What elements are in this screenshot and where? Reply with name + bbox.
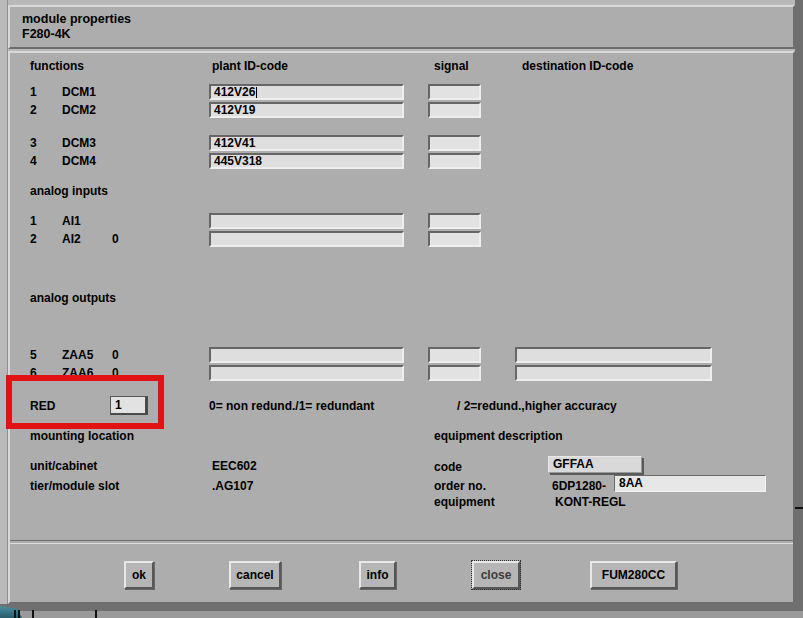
function-name: ZAA6 <box>62 365 93 381</box>
tier-module-slot-label: tier/module slot <box>30 478 119 494</box>
function-name: AI2 <box>62 231 81 247</box>
signal-input-ai1[interactable] <box>428 213 481 229</box>
desktop-tick-mark <box>32 610 34 618</box>
order-no-label: order no. <box>434 478 486 494</box>
signal-input-dcm4[interactable] <box>428 153 481 169</box>
order-no-prefix: 6DP1280- <box>552 478 606 494</box>
function-name: DCM2 <box>62 102 96 118</box>
equipment-label: equipment <box>434 494 495 510</box>
destination-id-input-zaa5[interactable] <box>515 347 712 363</box>
unit-cabinet-value: EEC602 <box>212 458 257 474</box>
close-button[interactable]: close <box>472 561 520 589</box>
row-number: 4 <box>30 153 37 169</box>
signal-input-dcm1[interactable] <box>428 84 481 100</box>
row-number: 1 <box>30 213 37 229</box>
function-name: ZAA5 <box>62 347 93 363</box>
info-button[interactable]: info <box>359 561 396 589</box>
section-label-analog-inputs: analog inputs <box>30 183 108 199</box>
redundancy-flag: 0 <box>112 347 119 363</box>
dialog-title-bar: module properties F280-4K <box>8 5 795 49</box>
dialog-body: functions plant ID-code signal destinati… <box>8 51 795 604</box>
code-label: code <box>434 459 462 475</box>
signal-input-dcm2[interactable] <box>428 102 481 118</box>
plant-id-input-zaa5[interactable] <box>209 347 404 363</box>
plant-id-input-zaa6[interactable] <box>209 365 404 381</box>
plant-id-input-dcm3[interactable]: 412V41 <box>209 135 404 151</box>
equipment-value: KONT-REGL <box>555 494 626 510</box>
plant-id-value: 412V26 <box>214 85 255 99</box>
row-number: 2 <box>30 231 37 247</box>
row-number: 1 <box>30 84 37 100</box>
row-number: 5 <box>30 347 37 363</box>
function-name: AI1 <box>62 213 81 229</box>
redundancy-flag: 0 <box>112 231 119 247</box>
window-bottom-border <box>0 604 803 611</box>
signal-input-zaa6[interactable] <box>428 365 481 381</box>
section-label-mounting-location: mounting location <box>30 428 134 444</box>
row-number: 3 <box>30 135 37 151</box>
desktop-background-strip <box>0 611 803 618</box>
redundancy-flag: 0 <box>112 365 119 381</box>
dialog-title: module properties <box>22 12 131 27</box>
order-no-input[interactable]: 8AA <box>614 475 766 492</box>
fum280cc-button[interactable]: FUM280CC <box>590 561 677 589</box>
destination-id-input-zaa6[interactable] <box>515 365 712 381</box>
signal-input-dcm3[interactable] <box>428 135 481 151</box>
desktop-tick-mark <box>95 610 97 618</box>
plant-id-input-dcm4[interactable]: 445V318 <box>209 153 404 169</box>
column-header-signal: signal <box>434 58 469 74</box>
column-header-destination-id: destination ID-code <box>522 58 633 74</box>
plant-id-input-dcm2[interactable]: 412V19 <box>209 102 404 118</box>
column-header-functions: functions <box>30 58 84 74</box>
section-label-equipment-description: equipment description <box>434 428 563 444</box>
red-value-input[interactable]: 1 <box>110 396 148 415</box>
red-help-text-1: 0= non redund./1= redundant <box>209 398 374 414</box>
signal-input-ai2[interactable] <box>428 231 481 247</box>
window-right-border <box>795 0 803 611</box>
section-label-analog-outputs: analog outputs <box>30 290 116 306</box>
function-name: DCM3 <box>62 135 96 151</box>
function-name: DCM4 <box>62 153 96 169</box>
row-number: 2 <box>30 102 37 118</box>
code-input[interactable]: GFFAA <box>548 456 642 473</box>
red-label: RED <box>30 398 55 414</box>
red-help-text-2: / 2=redund.,higher accuracy <box>457 398 617 414</box>
tier-module-slot-value: .AG107 <box>212 478 253 494</box>
function-name: DCM1 <box>62 84 96 100</box>
plant-id-input-ai1[interactable] <box>209 213 404 229</box>
module-type: F280-4K <box>22 27 131 42</box>
signal-input-zaa5[interactable] <box>428 347 481 363</box>
desktop-tick-mark <box>14 610 16 618</box>
separator-groove <box>10 540 793 544</box>
text-cursor <box>256 87 257 98</box>
desktop-tick-mark <box>18 610 20 618</box>
unit-cabinet-label: unit/cabinet <box>30 458 97 474</box>
ok-button[interactable]: ok <box>124 561 154 589</box>
cancel-button[interactable]: cancel <box>229 561 281 589</box>
plant-id-input-dcm1[interactable]: 412V26 <box>209 84 404 100</box>
column-header-plant-id: plant ID-code <box>212 58 288 74</box>
plant-id-input-ai2[interactable] <box>209 231 404 247</box>
row-number: 6 <box>30 365 37 381</box>
